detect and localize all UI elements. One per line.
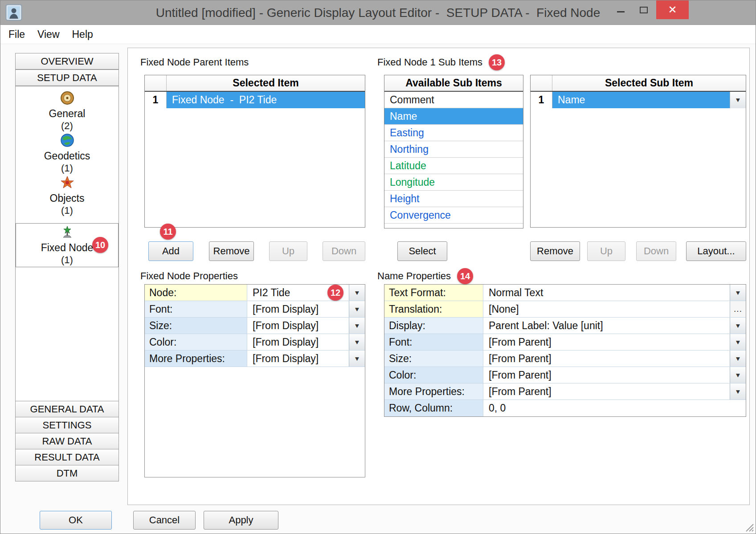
selected-sub-item-column-header: Selected Sub Item [552, 75, 746, 91]
remove-button[interactable]: Remove [209, 241, 254, 261]
available-item-label: Northing [390, 143, 429, 155]
table-row[interactable]: 1 Name ▼ [531, 92, 746, 108]
sidebar-item-general[interactable]: General (2) [16, 90, 119, 132]
available-list-header: Available Sub Items [384, 75, 523, 92]
ok-button[interactable]: OK [40, 511, 112, 530]
section-title-parent-items: Fixed Node Parent Items [140, 54, 249, 70]
available-item[interactable]: Comment [384, 92, 523, 108]
row-value-cell[interactable]: Name [552, 92, 730, 108]
layout-button[interactable]: Layout... [686, 241, 746, 261]
annotation-badge-11: 11 [160, 224, 176, 240]
sidebar-button-raw-data[interactable]: RAW DATA [15, 433, 119, 449]
ellipsis-button[interactable]: ... [730, 301, 746, 317]
subitem-down-button: Down [636, 241, 676, 261]
resize-grip[interactable] [744, 522, 754, 532]
chevron-down-icon: ▼ [735, 355, 741, 362]
section-title-name-properties: Name Properties 14 [377, 268, 473, 284]
sidebar-button-overview[interactable]: OVERVIEW [15, 53, 119, 69]
property-value[interactable]: [From Display] [247, 301, 349, 317]
dropdown-button[interactable]: ▼ [349, 301, 365, 317]
property-value[interactable]: [From Display] [247, 318, 349, 334]
sidebar-button-dtm[interactable]: DTM [15, 465, 119, 481]
available-item[interactable]: Latitude [384, 158, 523, 174]
menu-item-file[interactable]: File [8, 29, 31, 41]
property-value[interactable]: Normal Text [483, 285, 730, 301]
property-label: Display: [384, 318, 483, 334]
sidebar-item-count: (1) [61, 205, 73, 216]
property-row-font: Font: [From Display] ▼ [145, 301, 365, 318]
chevron-down-icon: ▼ [735, 388, 741, 395]
available-item[interactable]: Convergence [384, 207, 523, 224]
sidebar-item-objects[interactable]: Objects (1) [16, 175, 119, 217]
dropdown-button[interactable]: ▼ [349, 285, 365, 301]
dropdown-button[interactable]: ▼ [730, 334, 746, 350]
titlebar[interactable]: Untitled [modified] - Generic Display La… [0, 0, 756, 25]
property-label: Font: [384, 334, 483, 350]
sidebar-button-result-data[interactable]: RESULT DATA [15, 449, 119, 465]
property-label: Row, Column: [384, 400, 483, 416]
property-value[interactable]: [From Display] [247, 334, 349, 350]
dropdown-button[interactable]: ▼ [349, 334, 365, 350]
property-row-color: Color: [From Display] ▼ [145, 334, 365, 351]
available-item[interactable]: Northing [384, 141, 523, 158]
row-value-cell[interactable]: Fixed Node - PI2 Tide [167, 92, 365, 108]
property-label: Size: [384, 351, 483, 367]
subitem-remove-button[interactable]: Remove [530, 241, 580, 261]
available-item-label: Latitude [390, 160, 426, 172]
available-item[interactable]: Height [384, 191, 523, 207]
subitem-up-button: Up [587, 241, 625, 261]
sidebar-item-count: (2) [61, 120, 73, 132]
sidebar-button-settings[interactable]: SETTINGS [15, 417, 119, 433]
available-item-label: Height [390, 193, 419, 205]
maximize-button[interactable] [633, 0, 654, 19]
cancel-button[interactable]: Cancel [133, 511, 196, 530]
available-item-label: Longitude [390, 176, 435, 188]
property-value[interactable]: [None] [483, 301, 730, 317]
row-index-cell: 1 [145, 92, 167, 108]
sidebar-button-general-data[interactable]: GENERAL DATA [15, 401, 119, 417]
sidebar-item-label: Geodetics [44, 150, 90, 162]
menu-item-view[interactable]: View [37, 29, 65, 41]
geodetics-globe-icon [60, 133, 75, 150]
annotation-badge-14: 14 [457, 268, 473, 284]
property-row-row-column: Row, Column: 0, 0 [384, 400, 746, 416]
available-item[interactable]: Easting [384, 125, 523, 141]
dropdown-button[interactable]: ▼ [730, 318, 746, 334]
menu-item-help[interactable]: Help [72, 29, 99, 41]
sidebar-button-setup-data[interactable]: SETUP DATA [15, 69, 119, 86]
property-value[interactable]: [From Parent] [483, 383, 730, 399]
dropdown-button[interactable]: ▼ [349, 318, 365, 334]
chevron-down-icon: ▼ [735, 97, 741, 103]
property-value[interactable]: 0, 0 [483, 400, 746, 416]
sidebar-item-geodetics[interactable]: Geodetics (1) [16, 132, 119, 175]
chevron-down-icon: ▼ [354, 289, 360, 296]
main-panel: Fixed Node Parent Items Selected Item 1 … [127, 48, 750, 505]
available-item[interactable]: Longitude [384, 174, 523, 191]
section-title-fixed-node-properties: Fixed Node Properties [140, 268, 238, 284]
available-item-label: Convergence [390, 209, 451, 221]
property-label: More Properties: [145, 351, 247, 367]
available-item-label: Comment [390, 94, 434, 106]
property-label: Size: [145, 318, 247, 334]
dropdown-button[interactable]: ▼ [349, 351, 365, 367]
property-value[interactable]: [From Parent] [483, 334, 730, 350]
close-button[interactable]: ✕ [656, 0, 689, 19]
apply-button[interactable]: Apply [204, 511, 278, 530]
add-button[interactable]: Add [148, 241, 193, 261]
available-item[interactable]: Name [384, 108, 523, 125]
property-value[interactable]: Parent Label: Value [unit] [483, 318, 730, 334]
dropdown-button[interactable]: ▼ [730, 351, 746, 367]
dropdown-button[interactable]: ▼ [730, 367, 746, 383]
dropdown-button[interactable]: ▼ [730, 92, 746, 108]
property-value[interactable]: [From Parent] [483, 367, 730, 383]
table-row[interactable]: 1 Fixed Node - PI2 Tide [145, 92, 365, 108]
select-button[interactable]: Select [397, 241, 447, 261]
minimize-button[interactable] [610, 0, 631, 19]
up-button: Up [269, 241, 307, 261]
dropdown-button[interactable]: ▼ [730, 285, 746, 301]
property-value[interactable]: [From Display] [247, 351, 349, 367]
chevron-down-icon: ▼ [354, 322, 360, 329]
dropdown-button[interactable]: ▼ [730, 383, 746, 399]
property-value[interactable]: [From Parent] [483, 351, 730, 367]
objects-icon [60, 175, 75, 192]
